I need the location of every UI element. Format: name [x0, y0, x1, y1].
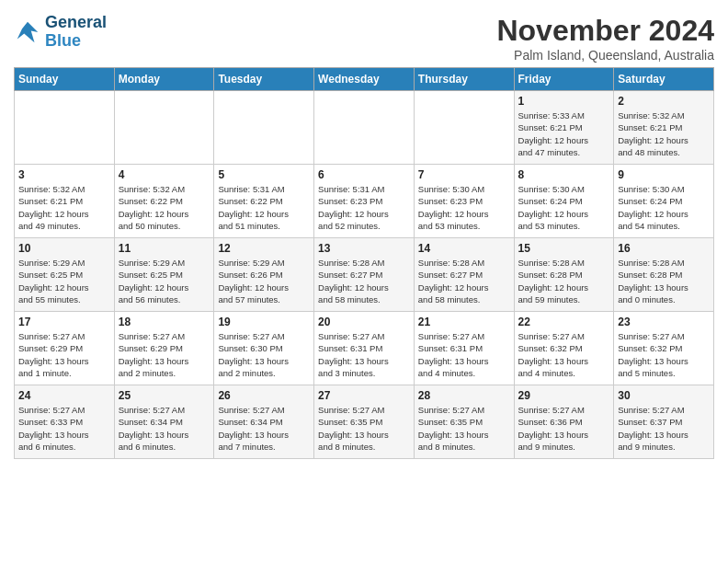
month-title: November 2024 — [496, 14, 714, 48]
col-header-tuesday: Tuesday — [214, 68, 314, 91]
day-info: Sunrise: 5:32 AM Sunset: 6:22 PM Dayligh… — [119, 183, 210, 232]
col-header-sunday: Sunday — [15, 68, 115, 91]
calendar-cell: 6Sunrise: 5:31 AM Sunset: 6:23 PM Daylig… — [314, 165, 415, 238]
day-number: 1 — [518, 95, 610, 108]
day-info: Sunrise: 5:27 AM Sunset: 6:37 PM Dayligh… — [618, 404, 710, 453]
page-header: General Blue November 2024 Palm Island, … — [14, 14, 714, 63]
day-info: Sunrise: 5:28 AM Sunset: 6:27 PM Dayligh… — [418, 257, 510, 305]
day-number: 5 — [218, 168, 310, 181]
day-number: 20 — [318, 316, 410, 328]
day-info: Sunrise: 5:32 AM Sunset: 6:21 PM Dayligh… — [18, 183, 110, 232]
day-number: 3 — [18, 168, 110, 181]
calendar-cell: 13Sunrise: 5:28 AM Sunset: 6:27 PM Dayli… — [314, 238, 415, 312]
calendar-cell: 23Sunrise: 5:27 AM Sunset: 6:32 PM Dayli… — [614, 312, 714, 385]
day-number: 16 — [618, 242, 710, 255]
calendar-cell: 25Sunrise: 5:27 AM Sunset: 6:34 PM Dayli… — [114, 385, 214, 459]
calendar-cell: 24Sunrise: 5:27 AM Sunset: 6:33 PM Dayli… — [15, 385, 115, 459]
day-number: 29 — [518, 389, 610, 402]
day-number: 12 — [218, 242, 310, 255]
day-number: 2 — [618, 95, 710, 108]
day-number: 26 — [218, 389, 310, 402]
calendar-cell: 20Sunrise: 5:27 AM Sunset: 6:31 PM Dayli… — [314, 312, 415, 385]
day-info: Sunrise: 5:28 AM Sunset: 6:28 PM Dayligh… — [518, 257, 610, 305]
day-info: Sunrise: 5:31 AM Sunset: 6:22 PM Dayligh… — [218, 183, 310, 232]
logo: General Blue — [14, 14, 107, 51]
calendar-cell: 29Sunrise: 5:27 AM Sunset: 6:36 PM Dayli… — [514, 385, 614, 459]
day-number: 7 — [418, 168, 510, 181]
calendar-cell: 4Sunrise: 5:32 AM Sunset: 6:22 PM Daylig… — [114, 165, 214, 238]
calendar-cell: 22Sunrise: 5:27 AM Sunset: 6:32 PM Dayli… — [514, 312, 614, 385]
location-title: Palm Island, Queensland, Australia — [496, 48, 714, 63]
calendar-cell: 14Sunrise: 5:28 AM Sunset: 6:27 PM Dayli… — [414, 238, 514, 312]
col-header-wednesday: Wednesday — [314, 68, 415, 91]
col-header-friday: Friday — [514, 68, 614, 91]
calendar-cell — [414, 91, 514, 165]
day-number: 17 — [18, 316, 110, 328]
calendar-cell — [214, 91, 314, 165]
day-info: Sunrise: 5:30 AM Sunset: 6:24 PM Dayligh… — [518, 183, 610, 232]
calendar-cell: 26Sunrise: 5:27 AM Sunset: 6:34 PM Dayli… — [214, 385, 314, 459]
day-info: Sunrise: 5:32 AM Sunset: 6:21 PM Dayligh… — [618, 109, 710, 158]
day-number: 14 — [418, 242, 510, 255]
day-info: Sunrise: 5:27 AM Sunset: 6:34 PM Dayligh… — [218, 404, 310, 453]
day-info: Sunrise: 5:27 AM Sunset: 6:31 PM Dayligh… — [418, 330, 510, 379]
day-info: Sunrise: 5:27 AM Sunset: 6:36 PM Dayligh… — [518, 404, 610, 453]
day-number: 4 — [119, 168, 210, 181]
col-header-thursday: Thursday — [414, 68, 514, 91]
day-number: 19 — [218, 316, 310, 328]
calendar-cell: 18Sunrise: 5:27 AM Sunset: 6:29 PM Dayli… — [114, 312, 214, 385]
day-number: 25 — [119, 389, 210, 402]
day-info: Sunrise: 5:27 AM Sunset: 6:32 PM Dayligh… — [518, 330, 610, 379]
day-number: 24 — [18, 389, 110, 402]
day-number: 8 — [518, 168, 610, 181]
day-number: 27 — [318, 389, 410, 402]
calendar-cell — [114, 91, 214, 165]
calendar-cell: 27Sunrise: 5:27 AM Sunset: 6:35 PM Dayli… — [314, 385, 415, 459]
day-number: 13 — [318, 242, 410, 255]
calendar-cell: 11Sunrise: 5:29 AM Sunset: 6:25 PM Dayli… — [114, 238, 214, 312]
calendar-table: SundayMondayTuesdayWednesdayThursdayFrid… — [14, 67, 714, 459]
col-header-saturday: Saturday — [614, 68, 714, 91]
calendar-cell: 2Sunrise: 5:32 AM Sunset: 6:21 PM Daylig… — [614, 91, 714, 165]
title-block: November 2024 Palm Island, Queensland, A… — [496, 14, 714, 63]
day-number: 18 — [119, 316, 210, 328]
day-info: Sunrise: 5:27 AM Sunset: 6:31 PM Dayligh… — [318, 330, 410, 379]
calendar-cell — [314, 91, 415, 165]
day-info: Sunrise: 5:27 AM Sunset: 6:29 PM Dayligh… — [18, 330, 110, 379]
calendar-cell: 10Sunrise: 5:29 AM Sunset: 6:25 PM Dayli… — [15, 238, 115, 312]
calendar-cell: 15Sunrise: 5:28 AM Sunset: 6:28 PM Dayli… — [514, 238, 614, 312]
calendar-cell: 28Sunrise: 5:27 AM Sunset: 6:35 PM Dayli… — [414, 385, 514, 459]
calendar-cell: 17Sunrise: 5:27 AM Sunset: 6:29 PM Dayli… — [15, 312, 115, 385]
calendar-cell: 5Sunrise: 5:31 AM Sunset: 6:22 PM Daylig… — [214, 165, 314, 238]
day-number: 15 — [518, 242, 610, 255]
day-info: Sunrise: 5:28 AM Sunset: 6:27 PM Dayligh… — [318, 257, 410, 305]
calendar-cell: 9Sunrise: 5:30 AM Sunset: 6:24 PM Daylig… — [614, 165, 714, 238]
day-number: 10 — [18, 242, 110, 255]
day-number: 30 — [618, 389, 710, 402]
day-info: Sunrise: 5:31 AM Sunset: 6:23 PM Dayligh… — [318, 183, 410, 232]
day-info: Sunrise: 5:29 AM Sunset: 6:25 PM Dayligh… — [119, 257, 210, 305]
day-number: 23 — [618, 316, 710, 328]
calendar-cell: 16Sunrise: 5:28 AM Sunset: 6:28 PM Dayli… — [614, 238, 714, 312]
day-info: Sunrise: 5:27 AM Sunset: 6:32 PM Dayligh… — [618, 330, 710, 379]
day-info: Sunrise: 5:27 AM Sunset: 6:30 PM Dayligh… — [218, 330, 310, 379]
day-number: 21 — [418, 316, 510, 328]
logo-text: General Blue — [45, 14, 107, 51]
calendar-cell: 3Sunrise: 5:32 AM Sunset: 6:21 PM Daylig… — [15, 165, 115, 238]
calendar-cell: 12Sunrise: 5:29 AM Sunset: 6:26 PM Dayli… — [214, 238, 314, 312]
day-info: Sunrise: 5:27 AM Sunset: 6:35 PM Dayligh… — [318, 404, 410, 453]
day-number: 6 — [318, 168, 410, 181]
day-info: Sunrise: 5:27 AM Sunset: 6:35 PM Dayligh… — [418, 404, 510, 453]
col-header-monday: Monday — [114, 68, 214, 91]
day-info: Sunrise: 5:29 AM Sunset: 6:26 PM Dayligh… — [218, 257, 310, 305]
calendar-cell: 1Sunrise: 5:33 AM Sunset: 6:21 PM Daylig… — [514, 91, 614, 165]
svg-marker-0 — [17, 22, 39, 43]
calendar-cell — [15, 91, 115, 165]
day-number: 11 — [119, 242, 210, 255]
day-info: Sunrise: 5:27 AM Sunset: 6:34 PM Dayligh… — [119, 404, 210, 453]
day-number: 22 — [518, 316, 610, 328]
calendar-cell: 30Sunrise: 5:27 AM Sunset: 6:37 PM Dayli… — [614, 385, 714, 459]
day-number: 9 — [618, 168, 710, 181]
calendar-cell: 7Sunrise: 5:30 AM Sunset: 6:23 PM Daylig… — [414, 165, 514, 238]
day-info: Sunrise: 5:33 AM Sunset: 6:21 PM Dayligh… — [518, 109, 610, 158]
